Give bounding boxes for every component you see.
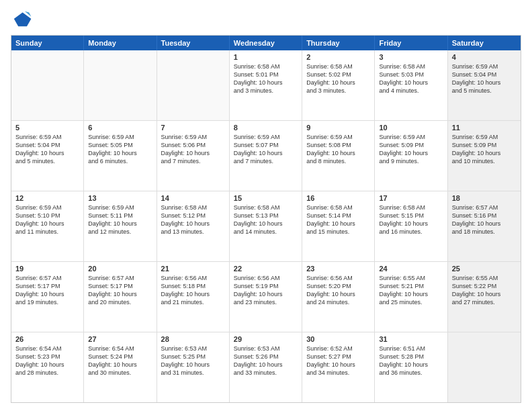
cell-info-line: Sunset: 5:13 PM [234, 212, 298, 220]
cell-info-line: Daylight: 10 hours [379, 79, 443, 87]
cell-info-line: and 25 minutes. [379, 298, 443, 306]
cell-info-line: Sunrise: 6:57 AM [452, 203, 517, 212]
cell-info-line: and 9 minutes. [379, 157, 443, 165]
cell-info-line: Sunrise: 6:54 AM [15, 345, 79, 353]
cal-row-2: 12Sunrise: 6:59 AMSunset: 5:10 PMDayligh… [11, 191, 521, 262]
cell-info-line: and 7 minutes. [234, 157, 298, 165]
day-number: 20 [88, 265, 152, 273]
cell-info-line: Daylight: 10 hours [88, 290, 152, 298]
cell-info-line: Sunrise: 6:59 AM [379, 133, 443, 141]
cell-info-line: Sunset: 5:08 PM [306, 141, 370, 149]
cal-cell: 10Sunrise: 6:59 AMSunset: 5:09 PMDayligh… [375, 121, 447, 191]
cell-info-line: Daylight: 10 hours [379, 149, 443, 157]
day-number: 8 [234, 124, 298, 132]
cell-info-line: and 14 minutes. [234, 228, 298, 236]
cell-info-line: Sunrise: 6:59 AM [306, 133, 370, 141]
day-number: 30 [306, 335, 370, 343]
cal-cell: 16Sunrise: 6:58 AMSunset: 5:14 PMDayligh… [302, 191, 375, 261]
cell-info-line: Sunset: 5:21 PM [379, 282, 443, 290]
day-number: 2 [306, 53, 370, 61]
day-number: 3 [379, 53, 443, 61]
day-number: 7 [161, 124, 225, 132]
cell-info-line: Sunset: 5:24 PM [88, 353, 152, 361]
day-number: 18 [452, 194, 517, 202]
cell-info-line: Daylight: 10 hours [452, 220, 517, 228]
calendar-header: SundayMondayTuesdayWednesdayThursdayFrid… [11, 36, 521, 50]
cell-info-line: and 28 minutes. [15, 369, 79, 377]
calendar-body: 1Sunrise: 6:58 AMSunset: 5:01 PMDaylight… [11, 50, 521, 402]
cell-info-line: and 4 minutes. [379, 87, 443, 95]
cell-info-line: Sunrise: 6:59 AM [452, 133, 517, 141]
day-header-saturday: Saturday [448, 36, 521, 50]
cal-cell: 21Sunrise: 6:56 AMSunset: 5:18 PMDayligh… [157, 262, 230, 332]
day-number: 28 [161, 335, 225, 343]
cell-info-line: Sunset: 5:03 PM [379, 71, 443, 79]
cal-row-3: 19Sunrise: 6:57 AMSunset: 5:17 PMDayligh… [11, 262, 521, 332]
cell-info-line: Sunset: 5:09 PM [379, 141, 443, 149]
cell-info-line: Sunset: 5:11 PM [88, 212, 152, 220]
cell-info-line: Sunrise: 6:59 AM [88, 203, 152, 212]
cell-info-line: Sunrise: 6:51 AM [379, 345, 443, 353]
cal-cell: 5Sunrise: 6:59 AMSunset: 5:04 PMDaylight… [11, 121, 84, 191]
cell-info-line: Sunrise: 6:58 AM [306, 203, 370, 212]
cell-info-line: Daylight: 10 hours [379, 220, 443, 228]
day-number: 5 [15, 124, 79, 132]
cal-cell: 1Sunrise: 6:58 AMSunset: 5:01 PMDaylight… [230, 50, 302, 120]
cal-cell: 29Sunrise: 6:53 AMSunset: 5:26 PMDayligh… [230, 332, 302, 402]
day-number: 29 [234, 335, 298, 343]
day-header-thursday: Thursday [302, 36, 375, 50]
cell-info-line: Sunset: 5:02 PM [306, 71, 370, 79]
cell-info-line: Sunset: 5:26 PM [234, 353, 298, 361]
cell-info-line: Sunrise: 6:58 AM [379, 62, 443, 71]
cal-cell: 28Sunrise: 6:53 AMSunset: 5:25 PMDayligh… [157, 332, 230, 402]
cell-info-line: Daylight: 10 hours [88, 220, 152, 228]
cell-info-line: Sunset: 5:19 PM [234, 282, 298, 290]
cal-cell [11, 50, 84, 120]
cell-info-line: Sunrise: 6:58 AM [161, 203, 225, 212]
cell-info-line: Daylight: 10 hours [306, 79, 370, 87]
cell-info-line: and 5 minutes. [452, 87, 517, 95]
day-number: 27 [88, 335, 152, 343]
cell-info-line: Daylight: 10 hours [379, 290, 443, 298]
day-number: 25 [452, 265, 517, 273]
cal-cell: 3Sunrise: 6:58 AMSunset: 5:03 PMDaylight… [375, 50, 447, 120]
day-number: 14 [161, 194, 225, 202]
cal-cell: 13Sunrise: 6:59 AMSunset: 5:11 PMDayligh… [84, 191, 157, 261]
cell-info-line: and 12 minutes. [88, 228, 152, 236]
cell-info-line: and 6 minutes. [88, 157, 152, 165]
day-number: 13 [88, 194, 152, 202]
cell-info-line: and 18 minutes. [452, 228, 517, 236]
cell-info-line: Sunrise: 6:54 AM [88, 345, 152, 353]
cell-info-line: and 20 minutes. [88, 298, 152, 306]
cell-info-line: Sunrise: 6:55 AM [452, 274, 517, 282]
cell-info-line: and 34 minutes. [306, 369, 370, 377]
cal-cell: 25Sunrise: 6:55 AMSunset: 5:22 PMDayligh… [448, 262, 521, 332]
cal-row-1: 5Sunrise: 6:59 AMSunset: 5:04 PMDaylight… [11, 121, 521, 191]
cell-info-line: Daylight: 10 hours [88, 361, 152, 369]
cell-info-line: Sunrise: 6:59 AM [88, 133, 152, 141]
day-number: 23 [306, 265, 370, 273]
logo [11, 8, 35, 30]
cell-info-line: Daylight: 10 hours [161, 220, 225, 228]
day-number: 19 [15, 265, 79, 273]
cell-info-line: Sunset: 5:12 PM [161, 212, 225, 220]
cell-info-line: and 3 minutes. [306, 87, 370, 95]
cell-info-line: Sunrise: 6:59 AM [161, 133, 225, 141]
day-number: 16 [306, 194, 370, 202]
cell-info-line: Daylight: 10 hours [234, 290, 298, 298]
cell-info-line: Daylight: 10 hours [234, 361, 298, 369]
cell-info-line: Daylight: 10 hours [88, 149, 152, 157]
cell-info-line: Daylight: 10 hours [452, 290, 517, 298]
cell-info-line: Daylight: 10 hours [234, 149, 298, 157]
cal-cell: 26Sunrise: 6:54 AMSunset: 5:23 PMDayligh… [11, 332, 84, 402]
day-number: 6 [88, 124, 152, 132]
cal-cell: 17Sunrise: 6:58 AMSunset: 5:15 PMDayligh… [375, 191, 447, 261]
cell-info-line: Sunrise: 6:59 AM [15, 133, 79, 141]
cell-info-line: and 15 minutes. [306, 228, 370, 236]
cell-info-line: Sunset: 5:20 PM [306, 282, 370, 290]
day-header-sunday: Sunday [11, 36, 84, 50]
cell-info-line: Daylight: 10 hours [161, 290, 225, 298]
cell-info-line: Sunset: 5:04 PM [452, 71, 517, 79]
cell-info-line: and 7 minutes. [161, 157, 225, 165]
cal-cell: 15Sunrise: 6:58 AMSunset: 5:13 PMDayligh… [230, 191, 302, 261]
